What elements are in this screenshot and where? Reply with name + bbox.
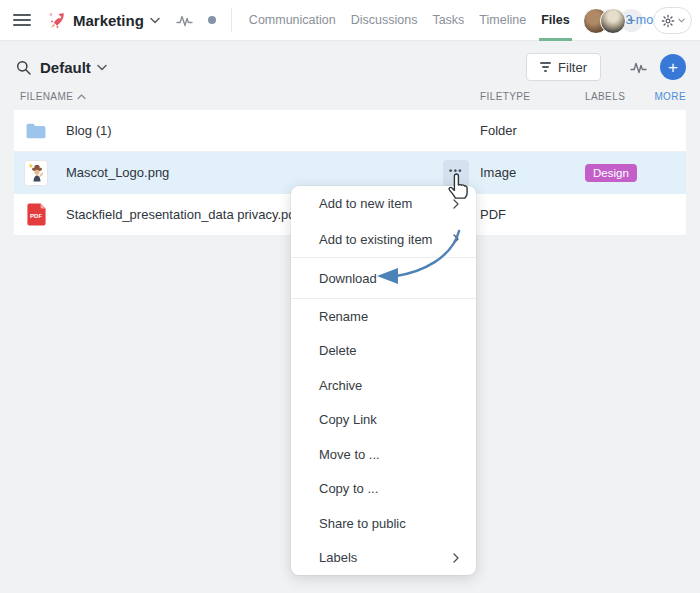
activity-pulse-icon[interactable]	[176, 14, 193, 27]
context-menu-section: Download	[291, 257, 476, 298]
menu-item-label: Copy to ...	[319, 481, 378, 496]
menu-item-label: Rename	[319, 309, 368, 324]
image-thumbnail	[24, 160, 48, 186]
pdf-icon: PDF	[24, 202, 48, 227]
menu-item-label: Share to public	[319, 516, 406, 531]
settings-button[interactable]	[653, 7, 692, 34]
status-dot-icon[interactable]	[208, 16, 216, 24]
tab-timeline[interactable]: Timeline	[479, 0, 526, 41]
search-icon[interactable]	[16, 60, 31, 75]
file-name: Stackfield_presentation_data privacy.pdf	[66, 207, 299, 222]
toolbar-actions: Filter +	[526, 53, 686, 81]
chevron-right-icon	[453, 199, 459, 209]
file-type: PDF	[480, 207, 506, 222]
row-more-options-button[interactable]: •••	[443, 160, 469, 186]
file-type: Image	[480, 165, 516, 180]
menu-item-label: Move to ...	[319, 447, 380, 462]
menu-item-move-to[interactable]: Move to ...	[291, 437, 476, 472]
topbar-right: +	[583, 0, 692, 41]
context-menu-section: Rename Delete Archive Copy Link Move to …	[291, 298, 476, 575]
avatar[interactable]	[600, 8, 626, 34]
rocket-icon	[47, 11, 66, 30]
menu-item-labels[interactable]: Labels	[291, 541, 476, 576]
file-name: Mascot_Logo.png	[66, 165, 169, 180]
menu-item-add-to-new-item[interactable]: Add to new item	[291, 186, 476, 222]
menu-item-archive[interactable]: Archive	[291, 368, 476, 403]
menu-item-label: Add to existing item	[319, 232, 432, 247]
table-row-blog[interactable]: Blog (1) Folder	[14, 110, 686, 152]
filter-button-label: Filter	[558, 60, 587, 75]
settings-chevron-down-icon	[678, 18, 685, 23]
more-options-icon: •••	[449, 167, 463, 180]
filter-button[interactable]: Filter	[526, 53, 601, 81]
filter-icon	[540, 62, 551, 72]
menu-item-label: Archive	[319, 378, 362, 393]
column-header-label: FILENAME	[20, 91, 73, 102]
menu-item-rename[interactable]: Rename	[291, 299, 476, 334]
table-column-headers: FILENAME FILETYPE LABELS MORE	[14, 91, 686, 104]
menu-item-copy-to[interactable]: Copy to ...	[291, 472, 476, 507]
tab-files[interactable]: Files	[541, 0, 570, 41]
menu-item-delete[interactable]: Delete	[291, 334, 476, 369]
chevron-right-icon	[453, 553, 459, 563]
view-chevron-down-icon[interactable]	[97, 64, 107, 71]
menu-item-label: Copy Link	[319, 412, 377, 427]
gear-icon	[661, 14, 675, 28]
menu-item-label: Download	[319, 271, 377, 286]
workspace-chevron-down-icon[interactable]	[150, 17, 160, 24]
add-file-button[interactable]: +	[660, 54, 686, 80]
menu-item-copy-link[interactable]: Copy Link	[291, 403, 476, 438]
view-selector[interactable]: Default	[16, 53, 107, 81]
context-menu: Add to new item Add to existing item Dow…	[291, 186, 476, 575]
tab-tasks[interactable]: Tasks	[432, 0, 464, 41]
topbar-divider	[231, 8, 232, 32]
tab-communication[interactable]: Communication	[249, 0, 336, 41]
label-badge-design[interactable]: Design	[585, 164, 637, 182]
svg-text:PDF: PDF	[29, 212, 41, 219]
activity-pulse-icon[interactable]	[630, 61, 647, 74]
sort-ascending-icon	[77, 94, 86, 100]
menu-item-download[interactable]: Download	[291, 258, 476, 298]
menu-item-share-to-public[interactable]: Share to public	[291, 506, 476, 541]
file-name: Blog (1)	[66, 123, 112, 138]
chevron-right-icon	[453, 234, 459, 244]
menu-item-add-to-existing-item[interactable]: Add to existing item	[291, 222, 476, 258]
column-header-labels[interactable]: LABELS	[585, 91, 625, 102]
menu-item-label: Add to new item	[319, 196, 412, 211]
menu-item-label: Labels	[319, 550, 357, 565]
view-name[interactable]: Default	[40, 59, 91, 76]
workspace-name[interactable]: Marketing	[73, 12, 144, 29]
column-header-filename[interactable]: FILENAME	[20, 91, 86, 102]
file-type: Folder	[480, 123, 517, 138]
column-header-filetype[interactable]: FILETYPE	[480, 91, 530, 102]
column-header-more[interactable]: MORE	[654, 91, 686, 102]
folder-icon	[24, 122, 48, 140]
topbar: Marketing Communication Discussions Task…	[0, 0, 700, 41]
hamburger-menu-icon[interactable]	[13, 14, 31, 26]
menu-item-label: Delete	[319, 343, 357, 358]
context-menu-section: Add to new item Add to existing item	[291, 186, 476, 257]
tab-discussions[interactable]: Discussions	[351, 0, 418, 41]
